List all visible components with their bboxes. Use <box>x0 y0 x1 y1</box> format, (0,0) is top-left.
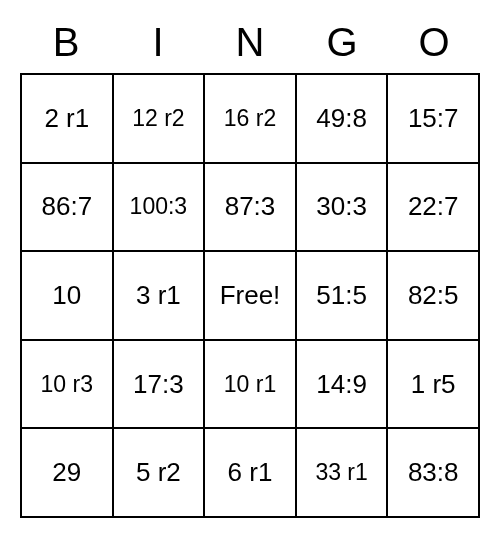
bingo-cell[interactable]: 33 r1 <box>296 428 388 517</box>
header-b: B <box>20 20 112 65</box>
bingo-cell[interactable]: 12 r2 <box>113 74 205 163</box>
header-n: N <box>204 20 296 65</box>
bingo-cell[interactable]: 16 r2 <box>204 74 296 163</box>
header-g: G <box>296 20 388 65</box>
bingo-cell[interactable]: 6 r1 <box>204 428 296 517</box>
bingo-cell[interactable]: 87:3 <box>204 163 296 252</box>
bingo-cell[interactable]: 2 r1 <box>21 74 113 163</box>
bingo-cell[interactable]: 29 <box>21 428 113 517</box>
bingo-cell[interactable]: 22:7 <box>387 163 479 252</box>
bingo-cell[interactable]: 51:5 <box>296 251 388 340</box>
bingo-cell[interactable]: 49:8 <box>296 74 388 163</box>
bingo-cell[interactable]: 86:7 <box>21 163 113 252</box>
bingo-cell[interactable]: 14:9 <box>296 340 388 429</box>
bingo-cell[interactable]: 5 r2 <box>113 428 205 517</box>
bingo-cell[interactable]: 83:8 <box>387 428 479 517</box>
bingo-cell[interactable]: 10 r1 <box>204 340 296 429</box>
bingo-cell[interactable]: 10 <box>21 251 113 340</box>
bingo-cell[interactable]: 10 r3 <box>21 340 113 429</box>
header-i: I <box>112 20 204 65</box>
bingo-cell[interactable]: 3 r1 <box>113 251 205 340</box>
bingo-header-row: B I N G O <box>20 20 480 65</box>
bingo-card: B I N G O 2 r1 12 r2 16 r2 49:8 15:7 86:… <box>20 20 480 518</box>
bingo-cell[interactable]: 100:3 <box>113 163 205 252</box>
bingo-cell[interactable]: 1 r5 <box>387 340 479 429</box>
bingo-cell[interactable]: 17:3 <box>113 340 205 429</box>
header-o: O <box>388 20 480 65</box>
bingo-grid: 2 r1 12 r2 16 r2 49:8 15:7 86:7 100:3 87… <box>20 73 480 518</box>
bingo-cell[interactable]: 30:3 <box>296 163 388 252</box>
bingo-cell[interactable]: 15:7 <box>387 74 479 163</box>
bingo-cell[interactable]: 82:5 <box>387 251 479 340</box>
bingo-free-cell[interactable]: Free! <box>204 251 296 340</box>
